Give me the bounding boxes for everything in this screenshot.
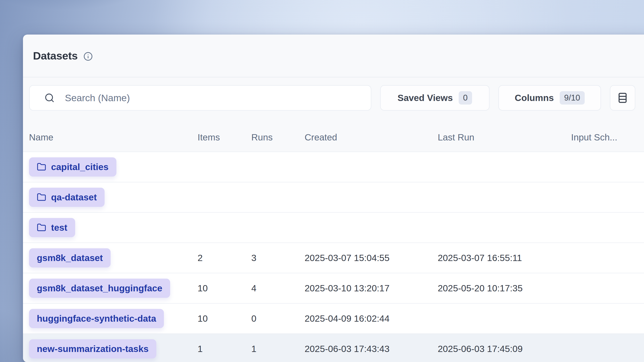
- saved-views-count-badge: 0: [459, 91, 472, 104]
- dataset-name: new-summarization-tasks: [37, 344, 148, 354]
- column-header-items: Items: [198, 132, 251, 143]
- folder-badge[interactable]: qa-dataset: [29, 188, 104, 207]
- column-header-last-run: Last Run: [438, 132, 571, 143]
- datasets-panel: Datasets Saved Views 0 Columns 9/10: [23, 34, 644, 362]
- info-icon[interactable]: [84, 52, 93, 61]
- last-run-cell: 2025-06-03 17:45:09: [438, 344, 571, 354]
- saved-views-label: Saved Views: [398, 93, 453, 103]
- last-run-cell: 2025-05-20 10:17:35: [438, 283, 571, 294]
- folder-badge[interactable]: test: [29, 218, 75, 237]
- dataset-name: huggingface-synthetic-data: [37, 313, 156, 324]
- columns-count-badge: 9/10: [560, 91, 585, 104]
- folder-badge[interactable]: capital_cities: [29, 157, 116, 177]
- table-row[interactable]: qa-dataset: [23, 182, 644, 212]
- runs-cell: 3: [251, 253, 304, 263]
- dataset-badge[interactable]: gsm8k_dataset: [29, 248, 110, 268]
- columns-label: Columns: [515, 93, 554, 103]
- search-icon: [44, 93, 55, 103]
- column-header-runs: Runs: [251, 132, 304, 143]
- dataset-name: gsm8k_dataset_huggingface: [37, 283, 162, 294]
- runs-cell: 1: [251, 344, 304, 354]
- table-header-row: NameItemsRunsCreatedLast RunInput Sch...: [23, 111, 644, 152]
- created-cell: 2025-03-10 13:20:17: [304, 283, 438, 294]
- saved-views-button[interactable]: Saved Views 0: [380, 85, 490, 111]
- dataset-badge[interactable]: new-summarization-tasks: [29, 339, 156, 359]
- items-cell: 10: [198, 313, 251, 324]
- toolbar: Saved Views 0 Columns 9/10: [23, 85, 644, 111]
- page-title: Datasets: [33, 49, 78, 62]
- name-cell: new-summarization-tasks: [29, 339, 198, 359]
- search-box[interactable]: [29, 85, 371, 111]
- page-header: Datasets: [23, 34, 644, 77]
- table-row[interactable]: huggingface-synthetic-data1002025-04-09 …: [23, 303, 644, 334]
- dataset-badge[interactable]: gsm8k_dataset_huggingface: [29, 279, 170, 298]
- created-cell: 2025-03-07 15:04:55: [304, 253, 438, 263]
- search-input[interactable]: [64, 85, 371, 110]
- table-row[interactable]: capital_cities: [23, 152, 644, 182]
- items-cell: 1: [198, 344, 251, 354]
- dataset-name: test: [51, 222, 67, 233]
- last-run-cell: 2025-03-07 16:55:11: [438, 253, 571, 263]
- dataset-name: capital_cities: [51, 162, 108, 172]
- row-height-button[interactable]: [610, 85, 635, 111]
- column-header-name: Name: [29, 132, 198, 143]
- dataset-badge[interactable]: huggingface-synthetic-data: [29, 309, 164, 328]
- items-cell: 10: [198, 283, 251, 294]
- name-cell: huggingface-synthetic-data: [29, 309, 198, 328]
- runs-cell: 0: [251, 313, 304, 324]
- table-row[interactable]: gsm8k_dataset_huggingface1042025-03-10 1…: [23, 273, 644, 303]
- column-header-created: Created: [304, 132, 438, 143]
- name-cell: test: [29, 218, 198, 237]
- rows-icon: [616, 92, 628, 104]
- table-row[interactable]: test: [23, 212, 644, 243]
- table-row[interactable]: gsm8k_dataset232025-03-07 15:04:552025-0…: [23, 243, 644, 273]
- name-cell: gsm8k_dataset_huggingface: [29, 279, 198, 298]
- folder-icon: [37, 162, 46, 172]
- table-body: capital_citiesqa-datasettestgsm8k_datase…: [23, 152, 644, 362]
- table-row[interactable]: new-summarization-tasks112025-06-03 17:4…: [23, 334, 644, 362]
- runs-cell: 4: [251, 283, 304, 294]
- folder-icon: [37, 193, 46, 202]
- created-cell: 2025-06-03 17:43:43: [304, 344, 438, 354]
- name-cell: qa-dataset: [29, 188, 198, 207]
- column-header-input-sch: Input Sch...: [571, 132, 644, 143]
- created-cell: 2025-04-09 16:02:44: [304, 313, 438, 324]
- folder-icon: [37, 223, 46, 232]
- dataset-name: qa-dataset: [51, 192, 97, 203]
- items-cell: 2: [198, 253, 251, 263]
- dataset-name: gsm8k_dataset: [37, 253, 103, 263]
- name-cell: capital_cities: [29, 157, 198, 177]
- columns-button[interactable]: Columns 9/10: [498, 85, 601, 111]
- name-cell: gsm8k_dataset: [29, 248, 198, 268]
